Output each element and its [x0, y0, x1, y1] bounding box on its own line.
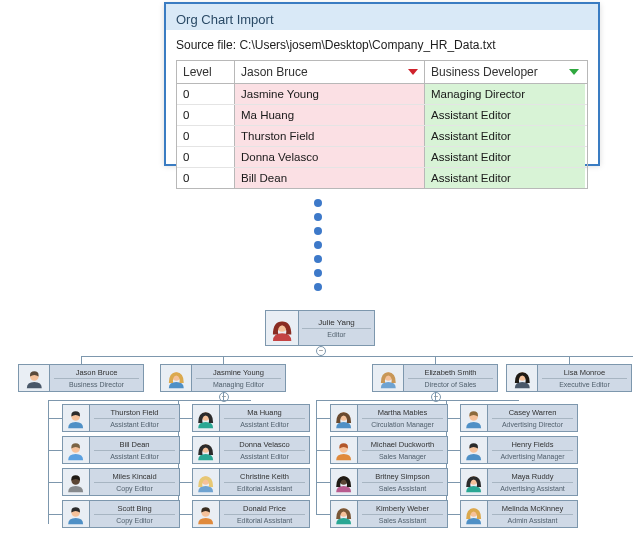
node-l1-3[interactable]: Lisa MonroeExecutive Editor	[506, 364, 632, 392]
connector	[178, 514, 192, 515]
table-row[interactable]: 0Bill DeanAssistant Editor	[177, 167, 587, 188]
connector	[178, 418, 192, 419]
connector	[435, 400, 446, 401]
node-leaf-b7[interactable]: Melinda McKinneyAdmin Assistant	[460, 500, 578, 528]
dot-icon	[314, 213, 322, 221]
cell-name: Ma Huang	[235, 105, 425, 125]
node-name: Julie Yang	[318, 318, 355, 327]
node-title: Editorial Assistant	[224, 482, 306, 493]
node-leaf-a7[interactable]: Donald PriceEditorial Assistant	[192, 500, 310, 528]
table-row[interactable]: 0Ma HuangAssistant Editor	[177, 104, 587, 125]
cell-level: 0	[177, 84, 235, 104]
node-l1-0[interactable]: Jason BruceBusiness Director	[18, 364, 144, 392]
connector	[81, 356, 82, 364]
node-name: Scott Bing	[117, 504, 151, 513]
node-leaf-b4[interactable]: Casey WarrenAdvertising Director	[460, 404, 578, 432]
col-level-label: Level	[183, 65, 212, 79]
node-title: Advertising Director	[492, 418, 574, 429]
node-title: Copy Editor	[94, 482, 176, 493]
node-leaf-a4[interactable]: Ma HuangAssistant Editor	[192, 404, 310, 432]
node-root[interactable]: Julie YangEditor	[265, 310, 375, 346]
node-text: Ma HuangAssistant Editor	[220, 405, 309, 431]
avatar-icon	[373, 365, 404, 391]
avatar-icon	[193, 501, 220, 527]
node-name: Donna Velasco	[239, 440, 289, 449]
node-leaf-b0[interactable]: Martha MablesCirculation Manager	[330, 404, 448, 432]
node-leaf-a6[interactable]: Christine KeithEditorial Assistant	[192, 468, 310, 496]
cell-role: Managing Director	[425, 84, 585, 104]
node-leaf-b1[interactable]: Michael DuckworthSales Manager	[330, 436, 448, 464]
node-title: Director of Sales	[408, 378, 494, 389]
connector	[223, 392, 224, 400]
source-file-line: Source file: C:\Users\josem\Desktop\Comp…	[176, 38, 588, 52]
node-leaf-a5[interactable]: Donna VelascoAssistant Editor	[192, 436, 310, 464]
avatar-icon	[331, 405, 358, 431]
cell-name: Jasmine Young	[235, 84, 425, 104]
avatar-icon	[63, 501, 90, 527]
node-text: Kimberly WeberSales Assistant	[358, 501, 447, 527]
node-leaf-a1[interactable]: Bill DeanAssistant Editor	[62, 436, 180, 464]
node-title: Assistant Editor	[224, 450, 306, 461]
avatar-icon	[461, 405, 488, 431]
cell-name: Donna Velasco	[235, 147, 425, 167]
col-name[interactable]: Jason Bruce	[235, 61, 425, 83]
col-level[interactable]: Level	[177, 61, 235, 83]
connector	[48, 482, 62, 483]
avatar-icon	[19, 365, 50, 391]
node-leaf-b3[interactable]: Kimberly WeberSales Assistant	[330, 500, 448, 528]
node-title: Business Director	[54, 378, 140, 389]
connection-dots	[314, 199, 322, 291]
avatar-icon	[266, 311, 299, 345]
node-name: Maya Ruddy	[511, 472, 553, 481]
node-leaf-b5[interactable]: Henry FieldsAdvertising Manager	[460, 436, 578, 464]
table-row[interactable]: 0Donna VelascoAssistant Editor	[177, 146, 587, 167]
node-text: Donald PriceEditorial Assistant	[220, 501, 309, 527]
collapse-toggle[interactable]: –	[316, 346, 326, 356]
connector	[48, 400, 223, 401]
node-leaf-a0[interactable]: Thurston FieldAssistant Editor	[62, 404, 180, 432]
node-name: Ma Huang	[247, 408, 282, 417]
connector	[81, 356, 633, 357]
node-name: Martha Mables	[378, 408, 428, 417]
connector	[446, 514, 460, 515]
node-name: Casey Warren	[509, 408, 557, 417]
node-name: Donald Price	[243, 504, 286, 513]
avatar-icon	[161, 365, 192, 391]
cell-role: Assistant Editor	[425, 147, 585, 167]
connector	[446, 450, 460, 451]
node-name: Melinda McKinney	[502, 504, 563, 513]
node-text: Elizabeth SmithDirector of Sales	[404, 365, 497, 391]
node-leaf-b2[interactable]: Britney SimpsonSales Assistant	[330, 468, 448, 496]
node-text: Jasmine YoungManaging Editor	[192, 365, 285, 391]
dot-icon	[314, 283, 322, 291]
connector	[569, 356, 570, 364]
avatar-icon	[63, 405, 90, 431]
dot-icon	[314, 255, 322, 263]
node-name: Britney Simpson	[375, 472, 430, 481]
dot-icon	[314, 227, 322, 235]
cell-level: 0	[177, 168, 235, 188]
node-l1-2[interactable]: Elizabeth SmithDirector of Sales	[372, 364, 498, 392]
connector	[48, 450, 62, 451]
node-text: Casey WarrenAdvertising Director	[488, 405, 577, 431]
node-name: Miles Kincaid	[112, 472, 156, 481]
table-row[interactable]: 0Jasmine YoungManaging Director	[177, 84, 587, 104]
col-role[interactable]: Business Developer	[425, 61, 585, 83]
node-leaf-b6[interactable]: Maya RuddyAdvertising Assistant	[460, 468, 578, 496]
node-title: Assistant Editor	[224, 418, 306, 429]
dropdown-red-icon[interactable]	[408, 69, 418, 75]
connector	[178, 450, 192, 451]
node-leaf-a3[interactable]: Scott BingCopy Editor	[62, 500, 180, 528]
dot-icon	[314, 241, 322, 249]
connector	[48, 418, 62, 419]
avatar-icon	[193, 405, 220, 431]
node-l1-1[interactable]: Jasmine YoungManaging Editor	[160, 364, 286, 392]
node-name: Bill Dean	[119, 440, 149, 449]
dropdown-green-icon[interactable]	[569, 69, 579, 75]
connector	[48, 514, 62, 515]
node-name: Jason Bruce	[76, 368, 118, 377]
table-row[interactable]: 0Thurston FieldAssistant Editor	[177, 125, 587, 146]
node-leaf-a2[interactable]: Miles KincaidCopy Editor	[62, 468, 180, 496]
node-title: Sales Manager	[362, 450, 444, 461]
node-title: Editor	[302, 328, 371, 339]
